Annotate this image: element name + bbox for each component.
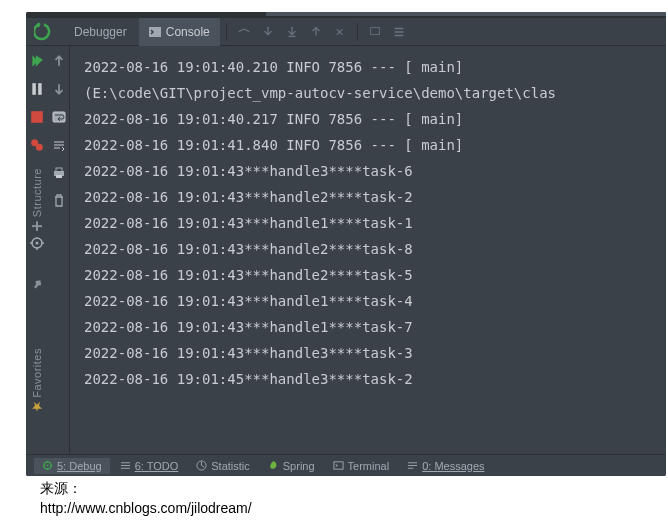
console-gutter xyxy=(48,46,70,454)
caption-source: 来源： xyxy=(40,478,252,498)
status-messages[interactable]: 0: Messages xyxy=(399,458,492,474)
log-line: 2022-08-16 19:01:40.217 INFO 7856 --- [ … xyxy=(84,106,666,132)
log-line: 2022-08-16 19:01:43***handle3****task-3 xyxy=(84,340,666,366)
scroll-up-icon[interactable] xyxy=(50,52,68,70)
caption: 来源： http://www.cnblogs.com/jilodream/ xyxy=(40,478,252,518)
svg-rect-5 xyxy=(31,111,43,123)
log-line: 2022-08-16 19:01:43***handle2****task-2 xyxy=(84,184,666,210)
console-output[interactable]: 2022-08-16 19:01:40.210 INFO 7856 --- [ … xyxy=(70,46,666,454)
tab-label: Debugger xyxy=(74,25,127,39)
log-line: 2022-08-16 19:01:43***handle2****task-8 xyxy=(84,236,666,262)
side-tab-favorites[interactable]: Favorites xyxy=(26,342,48,418)
statusbar: 5: Debug 6: TODO Statistic Spring Termin… xyxy=(26,454,666,476)
scroll-to-end-icon[interactable] xyxy=(50,136,68,154)
soft-wrap-icon[interactable] xyxy=(50,108,68,126)
log-line: 2022-08-16 19:01:40.210 INFO 7856 --- [ … xyxy=(84,54,666,80)
status-label: 0: Messages xyxy=(422,460,484,472)
top-strip xyxy=(266,12,666,16)
log-line: (E:\code\GIT\project_vmp-autocv-service\… xyxy=(84,80,666,106)
side-tab-structure[interactable]: Structure xyxy=(26,162,48,237)
resume-icon[interactable] xyxy=(28,52,46,70)
view-breakpoints-icon[interactable] xyxy=(28,136,46,154)
status-statistic[interactable]: Statistic xyxy=(188,458,258,474)
log-line: 2022-08-16 19:01:43***handle1****task-1 xyxy=(84,210,666,236)
status-label: Statistic xyxy=(211,460,250,472)
main-area: 2022-08-16 19:01:40.210 INFO 7856 --- [ … xyxy=(26,46,666,454)
pin-icon[interactable] xyxy=(28,276,46,294)
svg-text:✕: ✕ xyxy=(335,25,344,37)
run-to-cursor-icon[interactable] xyxy=(364,21,386,43)
status-todo[interactable]: 6: TODO xyxy=(112,458,187,474)
log-line: 2022-08-16 19:01:43***handle1****task-4 xyxy=(84,288,666,314)
svg-point-7 xyxy=(36,144,43,151)
status-label: 6: TODO xyxy=(135,460,179,472)
status-terminal[interactable]: Terminal xyxy=(325,458,398,474)
step-out-icon[interactable] xyxy=(305,21,327,43)
svg-rect-2 xyxy=(370,27,379,34)
force-step-into-icon[interactable] xyxy=(281,21,303,43)
scroll-down-icon[interactable] xyxy=(50,80,68,98)
status-spring[interactable]: Spring xyxy=(260,458,323,474)
svg-rect-0 xyxy=(149,27,161,37)
tab-label: Console xyxy=(166,25,210,39)
stop-icon[interactable] xyxy=(28,108,46,126)
rerun-icon[interactable] xyxy=(34,22,54,42)
status-label: 5: Debug xyxy=(57,460,102,472)
evaluate-expression-icon[interactable] xyxy=(388,21,410,43)
svg-rect-17 xyxy=(56,175,62,178)
log-line: 2022-08-16 19:01:43***handle1****task-7 xyxy=(84,314,666,340)
status-debug[interactable]: 5: Debug xyxy=(34,458,110,474)
drop-frame-icon[interactable]: ✕ xyxy=(329,21,351,43)
tab-debugger[interactable]: Debugger xyxy=(64,18,137,46)
tab-console[interactable]: Console xyxy=(139,18,220,46)
svg-rect-4 xyxy=(38,83,42,95)
step-over-icon[interactable] xyxy=(233,21,255,43)
status-label: Terminal xyxy=(348,460,390,472)
clear-all-icon[interactable] xyxy=(50,192,68,210)
log-line: 2022-08-16 19:01:45***handle3****task-2 xyxy=(84,366,666,392)
svg-rect-3 xyxy=(32,83,36,95)
caption-url: http://www.cnblogs.com/jilodream/ xyxy=(40,498,252,518)
separator xyxy=(357,23,358,41)
ide-window: Debugger Console ✕ xyxy=(26,12,666,476)
svg-point-13 xyxy=(36,242,39,245)
log-line: 2022-08-16 19:01:43***handle3****task-6 xyxy=(84,158,666,184)
svg-point-21 xyxy=(47,465,49,467)
svg-rect-19 xyxy=(32,225,42,227)
status-label: Spring xyxy=(283,460,315,472)
step-into-icon[interactable] xyxy=(257,21,279,43)
log-line: 2022-08-16 19:01:43***handle2****task-5 xyxy=(84,262,666,288)
separator xyxy=(226,23,227,41)
print-icon[interactable] xyxy=(50,164,68,182)
log-line: 2022-08-16 19:01:41.840 INFO 7856 --- [ … xyxy=(84,132,666,158)
pause-icon[interactable] xyxy=(28,80,46,98)
debug-toolbar: Debugger Console ✕ xyxy=(26,18,666,46)
